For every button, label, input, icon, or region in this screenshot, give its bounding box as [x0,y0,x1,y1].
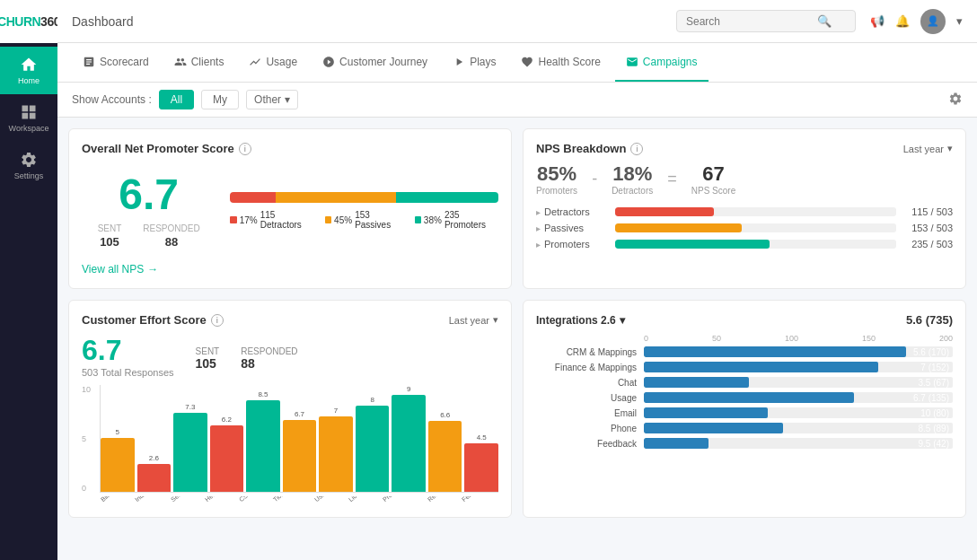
breakdown-bar-bg [615,240,896,249]
bar-feature: 4.5 [464,433,498,492]
tab-campaigns[interactable]: Campaigns [615,43,709,82]
tab-plays[interactable]: Plays [442,43,506,82]
chevron-down-icon[interactable]: ▾ [956,14,963,28]
info-icon: i [211,314,224,327]
nps-legend: 17% 115 Detractors 45% 153 Passives 38% [230,210,498,230]
ces-period-select[interactable]: Last year ▾ [449,314,498,326]
search-icon: 🔍 [817,14,832,28]
breakdown-bar-fill [615,207,714,216]
sidebar-item-settings[interactable]: Settings [0,142,57,189]
plays-icon [453,56,465,68]
ces-responded: RESPONDED 88 [241,346,297,371]
tab-scorecard[interactable]: Scorecard [72,43,160,82]
y-axis: 10 5 0 [82,385,91,493]
nps-card-title: Overall Net Promoter Score i [82,142,498,155]
integrations-header: Integrations 2.6 ▾ 5.6 (735) [536,313,953,327]
x-axis-labels: Billing Integrations Services Healthcare… [100,496,498,504]
int-label: Chat [536,378,644,388]
ces-title: Customer Effort Score i [82,313,224,327]
int-val: 7 (152) [920,363,949,372]
bar-feature-fill [464,443,498,492]
ces-score: 6.7 [82,334,174,367]
nps-responded: RESPONDED 88 [143,223,199,249]
int-row-feedback: Feedback 9.5 (42) [536,438,953,449]
legend-promoters: 38% 235 Promoters [415,210,498,230]
bar-product-fill [392,395,426,492]
bar-ticket: 6.7 [283,410,317,492]
integrations-card: Integrations 2.6 ▾ 5.6 (735) 05010015020… [523,300,966,518]
arrow-right-icon: → [147,263,158,276]
ces-chart-area: 10 5 0 5 2.6 7.3 [82,385,498,504]
ces-info: SENT 105 RESPONDED 88 [196,346,298,371]
nps-breakdown-card: NPS Breakdown i Last year ▾ 85% Promoter… [523,128,966,289]
search-box[interactable]: 🔍 [676,10,856,32]
broadcast-icon[interactable]: 📢 [870,14,885,28]
health-icon [521,56,533,68]
filter-my-button[interactable]: My [201,90,239,109]
breakdown-rows: ▸ Detractors 115 / 503 ▸ Passives [536,206,953,249]
equals-op: = [667,170,677,188]
breakdown-row-promoters: ▸ Promoters 235 / 503 [536,239,953,249]
bar-ticket-fill [283,420,317,492]
breakdown-bar-bg [615,223,896,232]
int-val: 10 (80) [920,408,949,418]
tab-label: Campaigns [643,56,698,68]
bar-licencing-fill [356,406,390,492]
main: Dashboard 🔍 📢 🔔 👤 ▾ Scorecard Clients Us… [57,0,977,560]
sidebar-nav: Home Workspace Settings [0,47,57,189]
topbar-icons: 📢 🔔 👤 ▾ [870,9,963,34]
integrations-overall-score: 5.6 (735) [906,313,953,327]
nps-sent: SENT 105 [98,223,122,249]
bar-responses-fill [428,421,462,492]
bar-csm-fill [246,400,280,492]
search-input[interactable] [686,15,812,28]
int-bar-fill [644,377,749,388]
ces-score-area: 6.7 503 Total Responses [82,334,174,378]
bar-billing: 5 [101,428,135,492]
tab-label: Health Score [538,56,600,68]
nps-bar-orange [276,192,396,203]
integrations-chart: 050100150200 CRM & Mappings 5.6 (170) Fi… [536,334,953,449]
sidebar-item-label: Home [18,76,40,85]
int-bar-fill [644,407,768,418]
breakdown-row-detractors: ▸ Detractors 115 / 503 [536,206,953,217]
avatar[interactable]: 👤 [920,9,946,34]
info-icon: i [239,143,251,155]
bar-usage-fill [319,416,353,492]
home-icon [20,56,38,74]
sidebar-item-workspace[interactable]: Workspace [0,94,57,142]
bar-chart: 5 2.6 7.3 6.2 [100,385,498,493]
int-label: CRM & Mappings [536,347,644,357]
filter-settings-icon[interactable] [948,92,963,109]
breakdown-bar-bg [615,207,896,216]
view-all-nps[interactable]: View all NPS → [82,263,498,276]
bar-integrations-fill [137,464,172,492]
int-bar-bg: 9.5 (42) [644,438,953,449]
integrations-select[interactable]: Integrations 2.6 ▾ [536,314,625,327]
sidebar-item-label: Workspace [9,124,49,133]
nps-score-calc: 67 NPS Score [691,162,735,196]
int-label: Phone [536,424,644,433]
int-bar-fill [644,423,783,433]
int-scale: 050100150200 [536,334,953,343]
tab-usage[interactable]: Usage [238,43,308,82]
tab-clients[interactable]: Clients [163,43,235,82]
ces-total: 503 Total Responses [82,367,174,378]
int-bar-fill [644,438,709,449]
period-select[interactable]: Last year ▾ [903,143,953,154]
nps-score: 6.7 [82,173,216,216]
breakdown-bar-fill [615,240,770,249]
filter-all-button[interactable]: All [159,90,194,109]
tab-health-score[interactable]: Health Score [510,43,611,82]
sidebar-item-home[interactable]: Home [0,47,57,94]
int-row-phone: Phone 8.5 (89) [536,423,953,433]
bell-icon[interactable]: 🔔 [895,14,910,28]
content: Overall Net Promoter Score i 6.7 SENT 10… [57,118,977,560]
tab-label: Plays [470,56,496,68]
breakdown-row-passives: ▸ Passives 153 / 503 [536,223,953,233]
int-bar-fill [644,362,878,372]
promoters-calc: 85% Promoters [536,162,577,196]
tab-customer-journey[interactable]: Customer Journey [312,43,438,82]
filter-dropdown[interactable]: Other ▾ [246,90,298,109]
tab-label: Scorecard [100,56,149,68]
